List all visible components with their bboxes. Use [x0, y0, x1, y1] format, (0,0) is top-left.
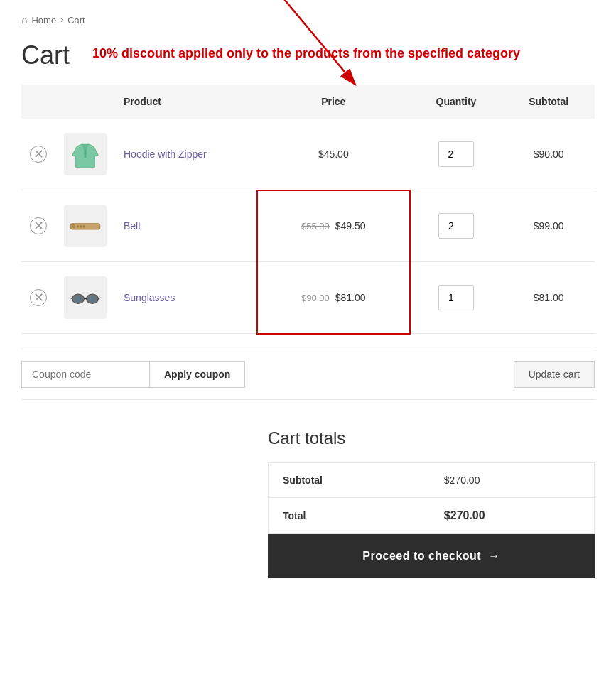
coupon-row: Apply coupon Update cart [21, 349, 595, 400]
breadcrumb-separator: › [60, 15, 63, 25]
coupon-input[interactable] [21, 361, 149, 388]
subtotal-value: $99.00 [534, 220, 564, 232]
total-row: Total $270.00 [269, 497, 595, 533]
breadcrumb-current: Cart [67, 15, 85, 26]
quantity-cell [410, 190, 503, 262]
checkout-arrow: → [488, 550, 500, 563]
subtotal-cell: $81.00 [502, 262, 595, 334]
product-link[interactable]: Hoodie with Zipper [124, 148, 207, 160]
product-name-cell: Hoodie with Zipper [115, 119, 257, 190]
total-amount: $270.00 [430, 497, 595, 533]
price-cell: $45.00 [257, 119, 410, 190]
price-cell-discounted: $90.00 $81.00 [257, 262, 410, 334]
svg-point-8 [72, 226, 74, 228]
table-row: ✕ [21, 119, 595, 190]
subtotal-amount: $270.00 [430, 462, 595, 497]
subtotal-cell: $90.00 [502, 119, 595, 190]
coupon-left: Apply coupon [21, 361, 245, 388]
quantity-input[interactable] [438, 285, 474, 310]
quantity-input[interactable] [438, 213, 474, 239]
hoodie-icon [67, 136, 103, 172]
svg-rect-6 [83, 225, 85, 227]
svg-line-12 [70, 298, 72, 299]
checkout-button[interactable]: Proceed to checkout → [268, 534, 595, 578]
col-subtotal-header: Subtotal [502, 85, 595, 119]
cart-totals: Cart totals Subtotal $270.00 Total $270.… [268, 428, 595, 578]
subtotal-label: Subtotal [269, 462, 430, 497]
svg-line-13 [98, 298, 100, 299]
quantity-cell [410, 119, 503, 190]
discounted-price: $49.50 [335, 220, 366, 232]
subtotal-value: $81.00 [534, 292, 564, 303]
totals-table: Subtotal $270.00 Total $270.00 [268, 462, 595, 534]
cart-table: Product Price Quantity Subtotal ✕ [21, 85, 595, 335]
product-image [64, 276, 107, 319]
product-image-cell [55, 190, 115, 262]
product-link[interactable]: Belt [124, 220, 141, 232]
quantity-input[interactable] [438, 141, 474, 167]
discounted-price: $81.00 [335, 292, 366, 303]
subtotal-cell: $99.00 [502, 190, 595, 262]
quantity-cell [410, 262, 503, 334]
svg-point-1 [84, 153, 86, 156]
product-image-cell [55, 262, 115, 334]
table-row: ✕ [21, 190, 595, 262]
cart-totals-wrapper: Cart totals Subtotal $270.00 Total $270.… [21, 428, 595, 578]
table-row: ✕ [21, 262, 595, 334]
svg-rect-5 [80, 225, 82, 227]
product-link[interactable]: Sunglasses [124, 292, 175, 303]
subtotal-value: $90.00 [534, 148, 564, 160]
product-name-cell: Sunglasses [115, 262, 257, 334]
home-icon: ⌂ [21, 14, 27, 26]
update-cart-button[interactable]: Update cart [514, 361, 595, 388]
product-image-cell [55, 119, 115, 190]
remove-cell: ✕ [21, 119, 55, 190]
cart-totals-title: Cart totals [268, 428, 595, 448]
sunglasses-icon [67, 280, 103, 315]
subtotal-row: Subtotal $270.00 [269, 462, 595, 497]
total-label: Total [269, 497, 430, 533]
original-price: $90.00 [301, 293, 330, 303]
product-image [64, 205, 107, 247]
page-title: Cart [21, 40, 70, 70]
remove-cell: ✕ [21, 262, 55, 334]
price-value: $45.00 [318, 148, 349, 160]
remove-cell: ✕ [21, 190, 55, 262]
checkout-label: Proceed to checkout [362, 550, 481, 563]
product-image [64, 133, 107, 175]
col-image-header [55, 85, 115, 119]
remove-button[interactable]: ✕ [30, 146, 47, 163]
product-name-cell: Belt [115, 190, 257, 262]
apply-coupon-button[interactable]: Apply coupon [149, 361, 245, 388]
original-price: $55.00 [301, 221, 330, 232]
svg-point-14 [74, 296, 82, 302]
breadcrumb-home-link[interactable]: Home [31, 15, 56, 26]
col-remove-header [21, 85, 55, 119]
remove-button[interactable]: ✕ [30, 217, 47, 234]
remove-button[interactable]: ✕ [30, 289, 47, 306]
col-quantity-header: Quantity [410, 85, 503, 119]
svg-point-15 [88, 296, 97, 302]
price-cell-discounted: $55.00 $49.50 [257, 190, 410, 262]
svg-rect-4 [77, 225, 79, 227]
belt-icon [67, 208, 103, 244]
